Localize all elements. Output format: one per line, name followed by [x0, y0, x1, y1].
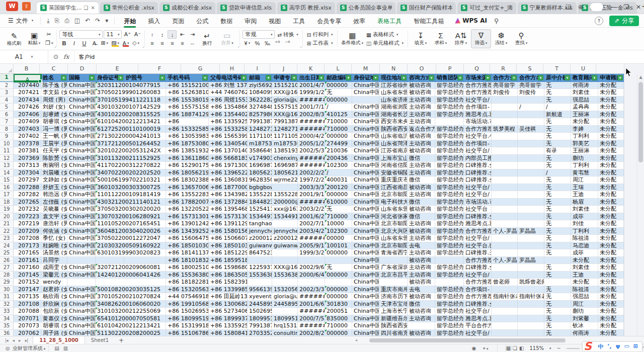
grid-cell[interactable]: 207209	[14, 228, 41, 235]
grid-cell[interactable]	[518, 169, 544, 177]
grid-cell[interactable]: 207219	[14, 220, 41, 227]
grid-cell[interactable]: 000000	[325, 82, 352, 89]
row-header[interactable]: 20	[0, 213, 14, 220]
grid-cell[interactable]: 合作项目-	[464, 104, 492, 111]
grid-cell[interactable]: 罗晶晶	[518, 228, 544, 235]
filter-dropdown-icon[interactable]: ▾	[318, 75, 324, 80]
grid-cell[interactable]: China中国	[352, 169, 379, 177]
grid-cell[interactable]: 杨欣雨 (女	[41, 293, 67, 300]
grid-cell[interactable]: China中国	[352, 315, 379, 322]
grid-cell[interactable]: 2002/5/31	[298, 147, 325, 154]
grid-cell[interactable]: 口碑推荐.全	[464, 162, 492, 169]
grid-cell[interactable]: 无	[544, 184, 571, 191]
grid-cell[interactable]: 主动咨询	[408, 315, 435, 322]
grid-cell[interactable]: 340826200106060020	[96, 301, 124, 308]
grid-cell[interactable]: 310103200212255069	[96, 308, 124, 315]
grid-cell[interactable]: +86 18141137	[166, 249, 209, 256]
grid-cell[interactable]: 无	[325, 264, 352, 271]
grid-cell[interactable]: China中国	[352, 228, 379, 235]
grid-cell[interactable]: 被动咨询	[408, 257, 435, 264]
grid-cell[interactable]: 留学总经办	[435, 264, 464, 271]
row-header[interactable]: 10	[0, 140, 14, 147]
grid-cell[interactable]: 被动咨询	[408, 293, 435, 300]
grid-cell[interactable]: 口碑推荐.无	[464, 249, 492, 256]
grid-cell[interactable]: 主动咨询	[408, 118, 435, 125]
grid-cell[interactable]: 2003/2/2	[298, 206, 325, 213]
grid-cell[interactable]: 山东省济南	[379, 97, 408, 104]
ime-language-icon[interactable]: 中	[598, 343, 603, 350]
grid-cell[interactable]: 返点合作方	[408, 126, 435, 133]
grid-cell[interactable]: 2000/6/4	[298, 272, 325, 279]
grid-cell[interactable]: +86 田延岭1395	[209, 293, 248, 300]
grid-cell[interactable]	[298, 279, 325, 286]
grid-cell[interactable]: 被动咨询	[408, 89, 435, 96]
grid-cell[interactable]: ziyi5692@(	[248, 82, 272, 89]
grid-cell[interactable]	[352, 97, 379, 104]
grid-cell[interactable]: 无	[544, 264, 571, 271]
grid-cell[interactable]: 180562199	[248, 169, 272, 177]
grid-cell[interactable]: 留学总经办	[435, 301, 464, 308]
grid-cell[interactable]: 陕西省西安	[379, 126, 408, 133]
grid-cell[interactable]: 舒妍玉 (女	[41, 184, 67, 191]
grid-cell[interactable]: 季忆 (女)	[41, 235, 67, 242]
grid-cell[interactable]: 刘俊伶	[518, 89, 544, 96]
share-button[interactable]: ⇗分享	[609, 16, 639, 26]
grid-cell[interactable]: 150269534	[248, 308, 272, 315]
row-header[interactable]: 30	[0, 286, 14, 293]
grid-cell[interactable]	[492, 286, 518, 293]
grid-cell[interactable]: 108409964	[248, 89, 272, 96]
header-cell[interactable]: 姓名▾	[41, 74, 67, 81]
underline-button[interactable]: U	[79, 39, 89, 47]
grid-cell[interactable]: +86 13220522	[166, 206, 209, 213]
menu-tab-页面[interactable]: 页面	[166, 15, 190, 27]
column-header-K[interactable]: K	[297, 64, 325, 73]
file-tab[interactable]: S英国留学生...❑✕	[37, 2, 99, 14]
grid-cell[interactable]: 去电	[408, 286, 435, 293]
grid-cell[interactable]: 杨眉	[571, 199, 598, 206]
grid-cell[interactable]: China中国	[67, 118, 96, 125]
grid-cell[interactable]: 口碑推荐.全	[464, 177, 492, 184]
wps-ai-button[interactable]: WPS AI	[450, 17, 492, 24]
grid-cell[interactable]: 雅思考点.雅	[464, 111, 492, 118]
grid-cell[interactable]: 留学总经办	[435, 169, 464, 177]
grid-cell[interactable]: ########	[298, 97, 325, 104]
column-header-H[interactable]: H	[220, 64, 245, 73]
grid-cell[interactable]: 未分配	[598, 213, 624, 220]
header-cell[interactable]: 合作方名▾	[518, 74, 544, 81]
row-header[interactable]: 16	[0, 184, 14, 191]
grid-cell[interactable]: +86 1506607386	[209, 235, 248, 242]
grid-cell[interactable]: 00000	[325, 235, 352, 242]
grid-cell[interactable]: 主动咨询	[408, 264, 435, 271]
grid-cell[interactable]: xxx@163.c	[272, 206, 298, 213]
grid-cell[interactable]: 未分配	[598, 206, 624, 213]
grid-cell[interactable]: ########	[298, 322, 325, 329]
grid-cell[interactable]: 社交平台.小	[464, 133, 492, 140]
grid-cell[interactable]	[492, 242, 518, 249]
grid-cell[interactable]: 西安市未央	[379, 118, 408, 125]
tab-layout-button[interactable]: ❏	[566, 4, 571, 11]
grid-cell[interactable]: 留学总经办	[435, 147, 464, 154]
grid-cell[interactable]: 被动咨询	[408, 228, 435, 235]
grid-cell[interactable]: 32010220020531242X	[96, 147, 124, 154]
grid-cell[interactable]: 赵君婷 (女	[41, 286, 67, 293]
grid-cell[interactable]: China中国	[352, 155, 379, 162]
grid-cell[interactable]: 207223	[14, 213, 41, 220]
grid-cell[interactable]: 155363896	[272, 272, 298, 279]
grid-cell[interactable]: 2002/8/20	[298, 330, 325, 336]
grid-cell[interactable]: 135522836	[272, 191, 298, 198]
row-header[interactable]: 6	[0, 111, 14, 118]
grid-cell[interactable]: +86 15731301	[166, 213, 209, 220]
menu-tab-效率[interactable]: 效率	[347, 15, 371, 27]
sheet-nav-icon[interactable]: ▸|	[25, 338, 28, 343]
grid-cell[interactable]: 270335220	[248, 330, 272, 336]
grid-cell[interactable]: 未分配	[598, 322, 624, 329]
grid-cell[interactable]: 511302200208200025	[96, 330, 124, 336]
grid-cell[interactable]: ########	[298, 308, 325, 315]
grid-cell[interactable]: China中国	[67, 301, 96, 308]
grid-cell[interactable]: 江苏省南京	[379, 147, 408, 154]
font-family-select[interactable]: 等线▾	[59, 30, 103, 39]
filter-dropdown-icon[interactable]: ▾	[61, 75, 66, 80]
grid-cell[interactable]: 310113200211152925	[96, 155, 124, 162]
grid-cell[interactable]: China中国	[67, 220, 96, 227]
grid-cell[interactable]: 主动咨询	[408, 104, 435, 111]
